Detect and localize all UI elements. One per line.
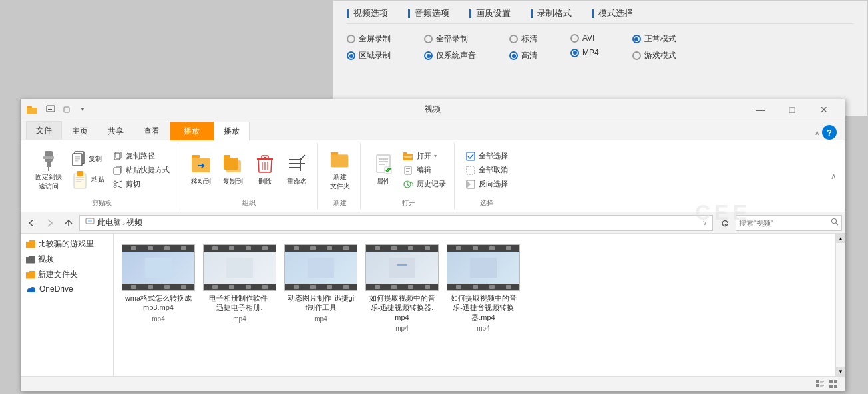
qat-properties[interactable] (43, 102, 58, 117)
move-to-label: 移动到 (191, 177, 211, 186)
radio-hd[interactable]: 高清 (509, 50, 537, 61)
radio-avi[interactable]: AVI (570, 33, 599, 43)
film-hole (425, 246, 430, 250)
edit-button[interactable]: 编辑 (401, 164, 449, 177)
close-button[interactable]: ✕ (809, 100, 839, 119)
copy-to-button[interactable]: 复制到 (218, 152, 248, 189)
new-folder-button[interactable]: 新建 文件夹 (326, 147, 355, 194)
scroll-down-button[interactable]: ▼ (836, 367, 845, 376)
tab-video-options[interactable]: 视频选项 (347, 7, 388, 19)
radio-fullscreen[interactable]: 全屏录制 (347, 33, 391, 45)
up-button[interactable] (61, 215, 77, 231)
search-input[interactable] (739, 219, 831, 227)
forward-button[interactable] (42, 215, 58, 231)
file-type-4: mp4 (477, 325, 489, 332)
move-to-button[interactable]: 移动到 (186, 152, 216, 189)
address-sep: › (122, 218, 125, 228)
radio-normal-mode[interactable]: 正常模式 (632, 33, 676, 45)
invert-selection-button[interactable]: 反向选择 (463, 178, 511, 191)
radio-all-capture[interactable]: 全部录制 (424, 33, 476, 45)
radio-fullscreen-circle[interactable] (347, 35, 355, 43)
radio-all-circle[interactable] (424, 35, 433, 43)
tree-item-onedrive[interactable]: OneDrive (21, 282, 113, 296)
qat-dropdown[interactable]: ▼ (75, 102, 90, 117)
tab-record-format[interactable]: 录制格式 (531, 7, 572, 19)
file-item-2[interactable]: 动态图片制作-迅捷gif制作工具 mp4 (284, 242, 357, 325)
clipboard-col: 复制 粘贴 (69, 150, 107, 190)
film-hole (408, 246, 413, 250)
radio-normal-circle[interactable] (632, 35, 641, 43)
file-type-2: mp4 (314, 315, 327, 323)
expand-up-icon[interactable]: ∧ (815, 129, 819, 136)
svg-rect-23 (114, 168, 120, 174)
copy-path-button[interactable]: 复制路径 (110, 150, 172, 163)
tab-file[interactable]: 文件 (26, 121, 62, 140)
svg-rect-46 (300, 158, 301, 171)
tab-play[interactable]: 播放 (214, 122, 250, 140)
radio-system-audio-circle[interactable] (424, 51, 433, 60)
scroll-up-button[interactable]: ▲ (836, 234, 845, 243)
tab-view[interactable]: 查看 (134, 122, 170, 140)
open-button[interactable]: 打开 ▾ (401, 150, 449, 163)
tab-video-tools[interactable]: 播放 (170, 122, 214, 140)
tab-share[interactable]: 共享 (98, 122, 134, 140)
rename-button[interactable]: 重命名 (282, 152, 312, 189)
radio-sd[interactable]: 标清 (509, 33, 537, 45)
film-hole (294, 246, 299, 250)
ribbon-group-clipboard: 固定到快 速访问 (26, 143, 178, 209)
refresh-button[interactable] (717, 215, 733, 231)
search-box[interactable] (736, 215, 842, 231)
tree-item-games[interactable]: 比较骗的游戏里 (21, 236, 113, 252)
copy-button[interactable]: 复制 (69, 150, 107, 168)
tree-item-new-folder[interactable]: 新建文件夹 (21, 267, 113, 282)
radio-avi-circle[interactable] (570, 34, 579, 43)
radio-game-mode[interactable]: 游戏模式 (632, 50, 676, 61)
scissors-icon (112, 179, 123, 190)
tab-home[interactable]: 主页 (62, 122, 98, 140)
address-dropdown[interactable]: ∨ (702, 219, 707, 226)
back-button[interactable] (23, 215, 39, 231)
radio-hd-circle[interactable] (509, 51, 518, 60)
radio-game-circle[interactable] (632, 51, 641, 60)
help-button[interactable]: ? (822, 125, 837, 140)
film-hole (327, 285, 332, 289)
file-item-1[interactable]: 电子相册制作软件-迅捷电子相册. mp4 (203, 242, 276, 325)
file-item-0[interactable]: wma格式怎么转换成mp3.mp4 mp4 (122, 242, 195, 325)
svg-rect-78 (397, 264, 407, 266)
deselect-button[interactable]: 全部取消 (463, 164, 511, 177)
address-box[interactable]: 此电脑 › 视频 ∨ (79, 215, 713, 231)
radio-region[interactable]: 区域录制 (347, 50, 391, 61)
search-icon[interactable] (831, 218, 839, 228)
ribbon-collapse-icon[interactable]: ∧ (831, 172, 837, 181)
tab-audio-options[interactable]: 音频选项 (408, 7, 449, 19)
properties-button[interactable]: 属性 (369, 152, 398, 189)
view-details-button[interactable] (814, 378, 826, 390)
radio-mp4[interactable]: MP4 (570, 48, 599, 57)
history-button[interactable]: 历史记录 (401, 178, 449, 191)
paste-button[interactable]: 粘贴 (69, 169, 107, 190)
organize-content: 移动到 复制到 (186, 144, 312, 196)
radio-system-audio[interactable]: 仅系统声音 (424, 50, 476, 61)
select-all-button[interactable]: 全部选择 (463, 150, 511, 163)
content-area: 比较骗的游戏里 视频 新建文件夹 OneDrive (21, 234, 845, 376)
maximize-button[interactable]: □ (777, 100, 807, 119)
tab-mode-select[interactable]: 模式选择 (592, 7, 633, 19)
qat-undo[interactable] (59, 102, 74, 117)
tab-quality-settings[interactable]: 画质设置 (469, 7, 511, 19)
radio-mp4-circle[interactable] (570, 49, 579, 57)
tree-item-videos[interactable]: 视频 (21, 252, 113, 267)
view-large-icons-button[interactable] (827, 378, 839, 390)
paste-shortcut-button[interactable]: 粘贴快捷方式 (110, 164, 172, 177)
folder-title-icon (26, 104, 38, 115)
minimize-button[interactable]: — (745, 100, 775, 119)
radio-region-circle[interactable] (347, 51, 355, 60)
file-item-4[interactable]: 如何提取视频中的音乐-迅捷音视频转换器.mp4 mp4 (447, 242, 520, 335)
pin-button[interactable]: 固定到快 速访问 (31, 147, 66, 194)
scrollbar-track[interactable] (836, 243, 845, 367)
delete-button[interactable]: 删除 (250, 152, 280, 189)
cut-button[interactable]: 剪切 (110, 178, 172, 191)
copy-to-icon (222, 154, 244, 176)
file-item-3[interactable]: 如何提取视频中的音乐-迅捷视频转换器.mp4 mp4 (365, 242, 439, 335)
radio-sd-circle[interactable] (509, 35, 518, 43)
svg-line-27 (116, 186, 122, 188)
